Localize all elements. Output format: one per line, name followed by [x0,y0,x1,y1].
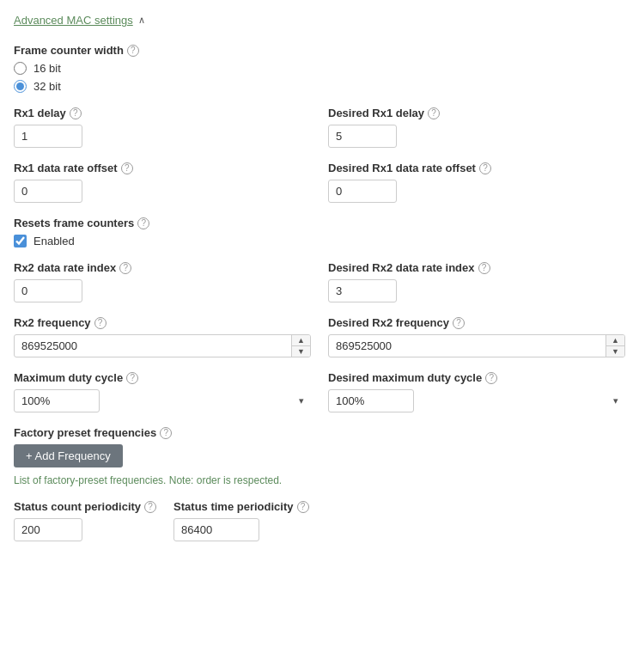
desired-rx2-data-rate-index-help-icon[interactable]: ? [478,262,490,274]
rx2-data-rate-index-input[interactable] [14,279,82,302]
rx2-frequency-input[interactable] [14,334,311,357]
rx1-delay-input[interactable] [14,125,82,148]
radio-16bit-label: 16 bit [33,62,61,75]
rx1-delay-label: Rx1 delay ? [14,107,311,119]
factory-preset-help-icon[interactable]: ? [160,427,172,439]
rx2-data-rate-index-label: Rx2 data rate index ? [14,261,311,274]
desired-rx2-frequency-decrement-btn[interactable]: ▼ [606,346,624,357]
rx2-frequency-spinner-buttons: ▲ ▼ [291,335,310,357]
rx1-delay-help-icon[interactable]: ? [70,107,82,119]
desired-rx1-delay-group: Desired Rx1 delay ? [328,107,625,148]
rx2-frequency-increment-btn[interactable]: ▲ [292,335,310,346]
status-periodicity-row: Status count periodicity ? Status time p… [14,500,625,541]
max-duty-cycle-select-arrow-icon: ▾ [299,395,304,406]
rx1-data-rate-offset-group: Rx1 data rate offset ? [14,162,311,203]
desired-rx1-data-rate-offset-group: Desired Rx1 data rate offset ? [328,162,625,203]
status-count-periodicity-input[interactable] [14,518,82,541]
rx2-frequency-label: Rx2 frequency ? [14,316,311,329]
desired-rx2-data-rate-index-input[interactable] [328,279,397,302]
frame-counter-radio-group: 16 bit 32 bit [14,62,625,93]
rx1-data-rate-offset-help-icon[interactable]: ? [121,162,133,174]
resets-frame-counters-section: Resets frame counters ? Enabled [14,217,625,247]
max-duty-cycle-label: Maximum duty cycle ? [14,371,311,384]
resets-frame-counters-label: Resets frame counters ? [14,217,625,229]
resets-frame-counters-checkbox-group: Enabled [14,235,625,247]
status-time-periodicity-label: Status time periodicity ? [173,500,308,513]
rx2-data-rate-index-group: Rx2 data rate index ? [14,261,311,302]
max-duty-cycle-help-icon[interactable]: ? [126,372,138,384]
desired-rx2-frequency-increment-btn[interactable]: ▲ [606,335,624,346]
max-duty-cycle-select[interactable]: 100% 50% 25% 10% 5% 1% [14,389,100,412]
radio-32bit-input[interactable] [14,80,27,93]
desired-max-duty-cycle-label: Desired maximum duty cycle ? [328,371,625,384]
rx2-data-rate-row: Rx2 data rate index ? Desired Rx2 data r… [14,261,625,302]
desired-rx2-frequency-help-icon[interactable]: ? [453,317,465,329]
rx2-frequency-group: Rx2 frequency ? ▲ ▼ [14,316,311,357]
rx2-frequency-spinner-wrap: ▲ ▼ [14,334,311,357]
rx1-data-rate-offset-label: Rx1 data rate offset ? [14,162,311,174]
status-count-periodicity-help-icon[interactable]: ? [144,501,156,513]
radio-32bit-label: 32 bit [33,80,61,93]
desired-rx2-data-rate-index-group: Desired Rx2 data rate index ? [328,261,625,302]
add-frequency-button[interactable]: + Add Frequency [14,444,123,467]
rx2-frequency-help-icon[interactable]: ? [94,317,106,329]
section-header[interactable]: Advanced MAC settings ∧ [14,14,625,27]
chevron-up-icon: ∧ [138,15,145,26]
desired-rx2-frequency-label: Desired Rx2 frequency ? [328,316,625,329]
resets-frame-counters-help-icon[interactable]: ? [137,217,149,229]
status-time-periodicity-group: Status time periodicity ? [173,500,308,541]
desired-rx1-delay-label: Desired Rx1 delay ? [328,107,625,119]
rx2-frequency-decrement-btn[interactable]: ▼ [292,346,310,357]
resets-frame-counters-checkbox-label: Enabled [33,235,75,247]
radio-32bit[interactable]: 32 bit [14,80,625,93]
desired-rx2-frequency-spinner-buttons: ▲ ▼ [606,335,624,357]
factory-preset-label: Factory preset frequencies ? [14,426,625,439]
desired-rx2-frequency-group: Desired Rx2 frequency ? ▲ ▼ [328,316,625,357]
desired-rx1-data-rate-offset-input[interactable] [328,180,397,203]
rx2-frequency-row: Rx2 frequency ? ▲ ▼ Desired Rx2 frequenc… [14,316,625,357]
factory-preset-section: Factory preset frequencies ? + Add Frequ… [14,426,625,486]
rx1-delay-row: Rx1 delay ? Desired Rx1 delay ? [14,107,625,148]
section-title[interactable]: Advanced MAC settings [14,14,133,27]
resets-frame-counters-checkbox[interactable] [14,235,27,247]
max-duty-cycle-group: Maximum duty cycle ? 100% 50% 25% 10% 5%… [14,371,311,412]
desired-max-duty-cycle-help-icon[interactable]: ? [485,372,497,384]
desired-rx1-data-rate-offset-help-icon[interactable]: ? [479,162,491,174]
rx1-delay-group: Rx1 delay ? [14,107,311,148]
radio-16bit[interactable]: 16 bit [14,62,625,75]
frame-counter-label: Frame counter width ? [14,44,625,57]
desired-rx2-frequency-spinner-wrap: ▲ ▼ [328,334,625,357]
duty-cycle-row: Maximum duty cycle ? 100% 50% 25% 10% 5%… [14,371,625,412]
desired-rx1-delay-input[interactable] [328,125,397,148]
rx1-data-rate-offset-input[interactable] [14,180,82,203]
desired-max-duty-cycle-select-arrow-icon: ▾ [613,395,618,406]
desired-rx2-frequency-input[interactable] [328,334,625,357]
radio-16bit-input[interactable] [14,62,27,75]
rx2-data-rate-index-help-icon[interactable]: ? [119,262,131,274]
desired-max-duty-cycle-select-wrap: 100% 50% 25% 10% 5% 1% ▾ [328,389,625,412]
frame-counter-help-icon[interactable]: ? [127,45,139,57]
rx1-data-rate-row: Rx1 data rate offset ? Desired Rx1 data … [14,162,625,203]
desired-rx1-delay-help-icon[interactable]: ? [428,107,440,119]
frame-counter-section: Frame counter width ? 16 bit 32 bit [14,44,625,93]
desired-rx2-data-rate-index-label: Desired Rx2 data rate index ? [328,261,625,274]
desired-max-duty-cycle-group: Desired maximum duty cycle ? 100% 50% 25… [328,371,625,412]
max-duty-cycle-select-wrap: 100% 50% 25% 10% 5% 1% ▾ [14,389,311,412]
desired-rx1-data-rate-offset-label: Desired Rx1 data rate offset ? [328,162,625,174]
status-count-periodicity-group: Status count periodicity ? [14,500,156,541]
desired-max-duty-cycle-select[interactable]: 100% 50% 25% 10% 5% 1% [328,389,414,412]
status-time-periodicity-help-icon[interactable]: ? [297,501,309,513]
factory-preset-note: List of factory-preset frequencies. Note… [14,474,625,486]
status-count-periodicity-label: Status count periodicity ? [14,500,156,513]
status-time-periodicity-input[interactable] [173,518,259,541]
